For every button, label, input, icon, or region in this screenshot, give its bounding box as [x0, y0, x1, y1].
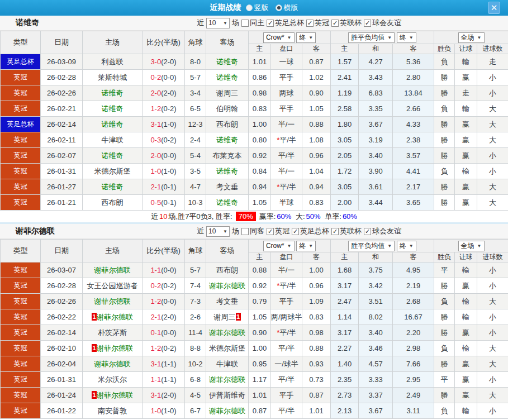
- col-header-handicap-home: 主: [249, 44, 271, 54]
- result-handicap: 赢: [455, 117, 477, 132]
- odds-away-win: 3.65: [393, 195, 434, 211]
- away-team-name: 谢菲尔德联: [209, 407, 245, 415]
- odds-home-win: 2.73: [331, 388, 359, 403]
- red-card-badge: 1: [92, 344, 97, 352]
- result-winlose: 勝: [434, 195, 455, 211]
- competition-checkbox-friendly[interactable]: ✓ 球会友谊: [364, 18, 401, 28]
- scope-dropdown-cell: 全场▼: [434, 240, 508, 252]
- col-header-odds-home: 主: [331, 252, 359, 262]
- result-winlose: 勝: [434, 309, 455, 325]
- odds-away-win: 3.11: [393, 403, 434, 419]
- score-cell: 1-1(0-0): [143, 262, 185, 278]
- col-header-away: 客场: [206, 240, 249, 262]
- away-team-cell: 谢周三: [206, 85, 249, 101]
- score-cell: 2-1(0-1): [143, 179, 185, 195]
- chevron-down-icon: ▼: [387, 35, 392, 40]
- halftime-score: (0-2): [161, 344, 176, 352]
- scope-select[interactable]: 全场▼: [458, 241, 485, 251]
- col-header-odds-away: 客: [393, 44, 434, 54]
- home-team-cell: 牛津联: [83, 132, 143, 148]
- score-cell: 0-3(0-2): [143, 132, 185, 148]
- chevron-down-icon: ▼: [409, 244, 414, 249]
- result-winlose: 勝: [434, 278, 455, 294]
- close-button[interactable]: ✕: [488, 2, 500, 14]
- odds-time-select-2[interactable]: 终▼: [397, 32, 416, 43]
- col-header-result-wl: 胜负: [434, 44, 455, 54]
- handicap-rate-label: 赢率:: [259, 212, 276, 222]
- chevron-down-icon: ▼: [287, 35, 292, 40]
- col-header-score: 比分(半场): [143, 31, 185, 54]
- home-team-cell: 1谢菲尔德联: [83, 309, 143, 325]
- away-team-name: 伯明翰: [216, 104, 238, 113]
- competition-checkbox-friendly[interactable]: ✓ 球会友谊: [364, 226, 401, 236]
- result-handicap: 輸: [455, 341, 477, 356]
- match-date: 26-02-11: [41, 132, 83, 148]
- handicap-home-odds: 0.87: [249, 403, 271, 419]
- away-team-cell: 谢菲尔德联: [206, 403, 249, 419]
- match-row: 英冠 26-02-11 牛津联 0-3(0-2) 2-4 诺维奇 0.80 *平…: [1, 132, 508, 148]
- handicap-away-odds: 0.87: [302, 388, 331, 403]
- away-team-cell: 米德尔斯堡: [206, 341, 249, 356]
- score-cell: 0-2(0-2): [143, 278, 185, 294]
- same-home-checkbox[interactable]: ✓ 同主: [241, 18, 264, 28]
- handicap-home-odds: 0.83: [249, 101, 271, 117]
- handicap-line: 平/半: [271, 148, 302, 164]
- avg-odds-select[interactable]: 胜平负均值▼: [348, 32, 395, 43]
- bookmaker-select[interactable]: Crow*▼: [263, 32, 295, 43]
- match-date: 26-01-27: [41, 179, 83, 195]
- euro-dropdowns-cell: 胜平负均值▼ 终▼: [331, 240, 434, 252]
- competition-checkbox-eflcup[interactable]: ✓ 英联杯: [331, 226, 362, 236]
- competition-checkbox-championship[interactable]: ✓ 英冠: [306, 18, 329, 28]
- competition-checkbox-championship[interactable]: ✓ 英冠: [267, 226, 289, 236]
- home-team-name: 诺维奇: [102, 151, 124, 160]
- result-winlose: 勝: [434, 85, 455, 101]
- odds-time-select-2[interactable]: 终▼: [397, 241, 416, 251]
- radio-vertical-layout[interactable]: 竖版: [246, 3, 269, 13]
- halftime-score: (2-0): [161, 89, 176, 97]
- result-handicap: 赢: [455, 325, 477, 341]
- bookmaker-select[interactable]: Crow*▼: [263, 241, 295, 251]
- recent-count-select[interactable]: 10 ▼: [206, 18, 230, 28]
- fulltime-score: 2-0: [150, 89, 161, 97]
- match-type-badge: 英冠: [1, 403, 41, 419]
- odds-draw: 3.19: [359, 132, 393, 148]
- home-team-name: 谢菲尔德联: [94, 266, 131, 274]
- away-team-cell: 诺维奇: [206, 195, 249, 211]
- away-team-name: 谢菲尔德联: [209, 328, 245, 337]
- match-type-badge: 英冠: [1, 278, 41, 294]
- competition-checkbox-eflcup[interactable]: ✓ 英联杯: [331, 18, 362, 28]
- competition-label: 球会友谊: [372, 18, 401, 28]
- competition-checkbox-facup[interactable]: ✓ 英足总杯: [267, 18, 304, 28]
- away-team-cell: 布莱克本: [206, 148, 249, 164]
- handicap-line: 一球: [271, 54, 302, 70]
- odds-away-win: 2.80: [393, 70, 434, 85]
- handicap-away-odds: 0.83: [302, 195, 331, 211]
- competition-checkbox-facup[interactable]: ✓ 英足总杯: [292, 226, 329, 236]
- corner-count: 3-5: [185, 164, 206, 179]
- score-cell: 2-0(2-0): [143, 85, 185, 101]
- halftime-score: (0-1): [161, 198, 176, 207]
- halftime-score: (0-0): [161, 73, 176, 82]
- result-winlose: 勝: [434, 356, 455, 372]
- odds-home-win: 1.57: [331, 54, 359, 70]
- col-header-home: 主场: [83, 31, 143, 54]
- recent-count-select[interactable]: 10 ▼: [206, 226, 230, 237]
- avg-odds-select[interactable]: 胜平负均值▼: [348, 241, 395, 251]
- odds-time-select[interactable]: 终▼: [296, 32, 316, 43]
- col-header-date: 日期: [41, 31, 83, 54]
- same-away-checkbox[interactable]: ✓ 同客: [241, 226, 264, 236]
- col-header-handicap: 盘口: [271, 252, 302, 262]
- odds-home-win: 2.47: [331, 294, 359, 309]
- odds-time-select[interactable]: 终▼: [296, 241, 316, 251]
- scope-select[interactable]: 全场▼: [458, 32, 485, 43]
- halftime-score: (1-0): [161, 407, 176, 415]
- odds-draw: 3.51: [359, 294, 393, 309]
- handicap-line: 半/一: [271, 117, 302, 132]
- fulltime-score: 1-1: [150, 375, 161, 384]
- match-date: 26-01-21: [41, 195, 83, 211]
- team-section-sheffield-united: 谢菲尔德联 近 10 ▼ 场 ✓ 同客 ✓ 英冠 ✓ 英足总杯: [0, 224, 508, 419]
- score-cell: 0-1(0-0): [143, 325, 185, 341]
- odds-home-win: 3.05: [331, 179, 359, 195]
- away-team-cell: 西布朗: [206, 117, 249, 132]
- radio-horizontal-layout[interactable]: 横版: [276, 3, 298, 13]
